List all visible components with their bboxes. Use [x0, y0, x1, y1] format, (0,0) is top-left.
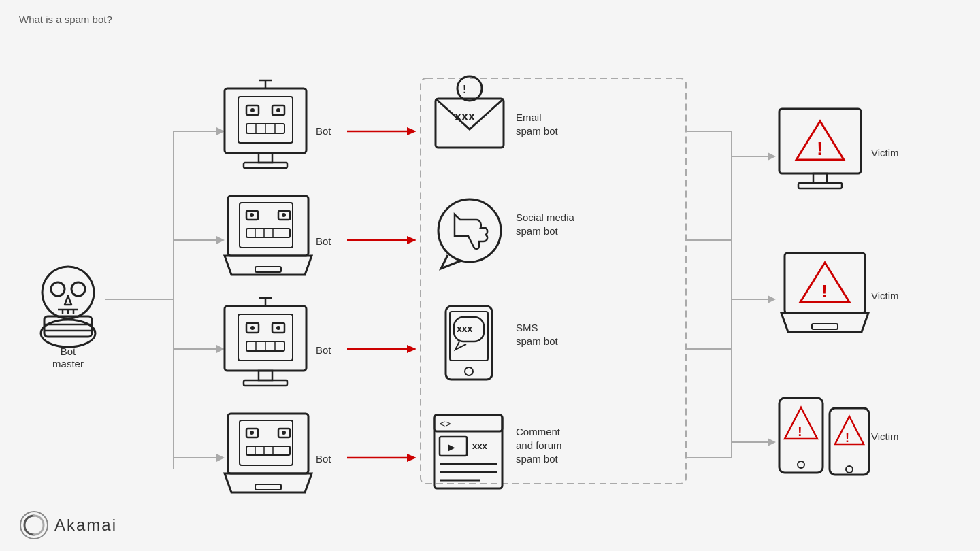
svg-rect-112 — [813, 173, 827, 183]
comment-spam-label-2: and forum — [516, 439, 562, 451]
bot-3-label: Bot — [316, 344, 331, 356]
spam-types-box — [421, 78, 686, 484]
svg-marker-16 — [216, 236, 225, 244]
svg-point-83 — [438, 199, 501, 262]
svg-point-25 — [250, 108, 255, 112]
akamai-logo: Akamai — [19, 510, 117, 540]
svg-text:!: ! — [821, 281, 828, 301]
svg-point-54 — [250, 326, 255, 330]
svg-rect-62 — [259, 371, 272, 380]
svg-marker-20 — [216, 454, 225, 462]
bot-2-laptop — [225, 196, 312, 275]
victim-3-label: Victim — [871, 431, 899, 442]
svg-marker-65 — [407, 345, 416, 353]
bot-master-label-2: master — [52, 358, 84, 369]
svg-rect-34 — [244, 163, 287, 168]
svg-rect-38 — [240, 203, 293, 248]
akamai-icon — [19, 510, 49, 540]
svg-point-5 — [51, 282, 65, 296]
comment-spam-label-3: spam bot — [516, 453, 559, 465]
svg-point-123 — [846, 466, 853, 473]
svg-point-42 — [282, 213, 286, 217]
email-spam-icon: xxx ! — [436, 76, 504, 148]
svg-point-119 — [798, 461, 804, 468]
svg-text:xxx: xxx — [472, 441, 487, 451]
svg-marker-36 — [407, 127, 416, 135]
comment-spam-icon: <> ▶ xxx — [434, 415, 502, 488]
victim-1-label: Victim — [871, 147, 899, 158]
svg-text:!: ! — [463, 84, 466, 95]
social-spam-label-1: Social media — [516, 212, 575, 223]
svg-point-71 — [282, 431, 286, 435]
bot-3-desktop — [225, 298, 306, 386]
svg-rect-76 — [255, 484, 281, 490]
bot-2-label: Bot — [316, 235, 331, 247]
svg-rect-22 — [238, 97, 293, 143]
bot-4-label: Bot — [316, 453, 331, 465]
bot-1-desktop — [225, 80, 306, 168]
bot-master-icon — [41, 267, 95, 347]
email-spam-label-1: Email — [516, 112, 542, 123]
svg-marker-104 — [768, 152, 776, 161]
svg-text:!: ! — [798, 424, 802, 439]
svg-rect-47 — [255, 267, 281, 272]
sms-spam-icon: xxx — [446, 306, 492, 380]
svg-rect-72 — [246, 446, 290, 455]
svg-rect-51 — [238, 314, 293, 361]
victim-2-laptop: ! — [781, 253, 868, 332]
svg-point-6 — [71, 282, 85, 296]
bot-master-label: Bot — [61, 346, 76, 357]
svg-marker-18 — [216, 345, 225, 353]
email-spam-label-2: spam bot — [516, 125, 559, 137]
svg-marker-78 — [407, 454, 416, 462]
comment-spam-label-1: Comment — [516, 426, 561, 437]
svg-point-70 — [250, 431, 254, 435]
victim-3-mobile: ! ! — [779, 398, 869, 475]
svg-marker-108 — [768, 438, 776, 446]
svg-text:!: ! — [817, 138, 823, 159]
victim-2-label: Victim — [871, 290, 899, 301]
svg-marker-124 — [835, 416, 864, 444]
bot-4-laptop — [225, 414, 312, 492]
sms-spam-label-1: SMS — [516, 322, 538, 333]
diagram-svg: Bot master Bot — [0, 20, 980, 531]
social-spam-icon — [438, 199, 501, 269]
victim-1-desktop: ! — [779, 109, 861, 188]
svg-marker-106 — [768, 295, 776, 303]
svg-rect-113 — [798, 183, 842, 188]
svg-point-55 — [276, 326, 280, 330]
social-spam-label-2: spam bot — [516, 225, 559, 237]
svg-rect-79 — [436, 99, 504, 148]
svg-text:xxx: xxx — [455, 110, 475, 123]
svg-point-26 — [276, 108, 280, 112]
svg-text:▶: ▶ — [448, 441, 455, 452]
svg-rect-43 — [246, 229, 290, 237]
svg-text:!: ! — [845, 431, 849, 445]
svg-text:<>: <> — [440, 418, 451, 429]
bot-1-label: Bot — [316, 125, 331, 137]
svg-marker-14 — [216, 127, 225, 135]
svg-rect-63 — [244, 380, 287, 386]
svg-point-88 — [465, 367, 473, 375]
svg-rect-33 — [259, 153, 272, 163]
akamai-text: Akamai — [54, 516, 117, 535]
svg-rect-67 — [240, 420, 293, 465]
svg-marker-49 — [407, 236, 416, 244]
svg-text:xxx: xxx — [457, 323, 473, 334]
svg-point-41 — [250, 213, 254, 217]
svg-rect-117 — [812, 324, 838, 329]
sms-spam-label-2: spam bot — [516, 335, 559, 347]
svg-point-81 — [457, 76, 482, 101]
